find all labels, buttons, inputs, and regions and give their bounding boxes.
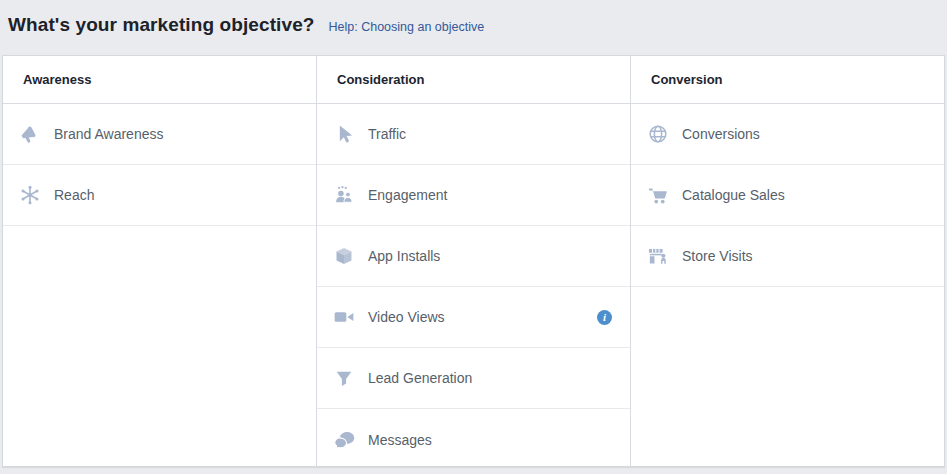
help-choosing-objective-link[interactable]: Help: Choosing an objective xyxy=(329,20,485,34)
storefront-icon xyxy=(647,245,669,267)
objective-label: Store Visits xyxy=(682,248,753,264)
reach-spokes-icon xyxy=(19,184,41,206)
objective-app-installs[interactable]: App Installs xyxy=(317,226,630,287)
objective-label: App Installs xyxy=(368,248,440,264)
info-icon[interactable]: i xyxy=(597,310,612,325)
objective-label: Lead Generation xyxy=(368,370,472,386)
objective-label: Reach xyxy=(54,187,94,203)
objective-label: Messages xyxy=(368,432,432,448)
column-awareness: Awareness Brand Awareness xyxy=(3,56,317,466)
objective-label: Brand Awareness xyxy=(54,126,163,142)
objective-traffic[interactable]: Traffic xyxy=(317,104,630,165)
objective-store-visits[interactable]: Store Visits xyxy=(631,226,944,287)
objective-video-views[interactable]: Video Views i xyxy=(317,287,630,348)
column-conversion: Conversion Conversions xyxy=(631,56,944,466)
column-header-awareness: Awareness xyxy=(3,56,316,104)
page-title: What's your marketing objective? xyxy=(8,14,315,36)
shopping-cart-icon xyxy=(647,184,669,206)
chat-bubbles-icon xyxy=(333,429,355,451)
cursor-icon xyxy=(333,123,355,145)
objective-label: Catalogue Sales xyxy=(682,187,785,203)
megaphone-icon xyxy=(19,123,41,145)
video-camera-icon xyxy=(333,306,355,328)
objective-messages[interactable]: Messages xyxy=(317,409,630,467)
objective-label: Traffic xyxy=(368,126,406,142)
funnel-icon xyxy=(333,367,355,389)
column-consideration: Consideration Traffic xyxy=(317,56,631,466)
page-header: What's your marketing objective? Help: C… xyxy=(0,0,947,55)
objective-lead-generation[interactable]: Lead Generation xyxy=(317,348,630,409)
objective-label: Engagement xyxy=(368,187,447,203)
awareness-empty-area xyxy=(3,226,316,466)
objective-label: Video Views xyxy=(368,309,445,325)
objective-brand-awareness[interactable]: Brand Awareness xyxy=(3,104,316,165)
objective-label: Conversions xyxy=(682,126,760,142)
objective-reach[interactable]: Reach xyxy=(3,165,316,226)
objective-engagement[interactable]: Engagement xyxy=(317,165,630,226)
cube-icon xyxy=(333,245,355,267)
objective-picker-panel: Awareness Brand Awareness xyxy=(2,55,945,467)
column-header-consideration: Consideration xyxy=(317,56,630,104)
globe-icon xyxy=(647,123,669,145)
conversion-empty-area xyxy=(631,287,944,466)
objective-catalogue-sales[interactable]: Catalogue Sales xyxy=(631,165,944,226)
people-engagement-icon xyxy=(333,184,355,206)
column-header-conversion: Conversion xyxy=(631,56,944,104)
objective-conversions[interactable]: Conversions xyxy=(631,104,944,165)
